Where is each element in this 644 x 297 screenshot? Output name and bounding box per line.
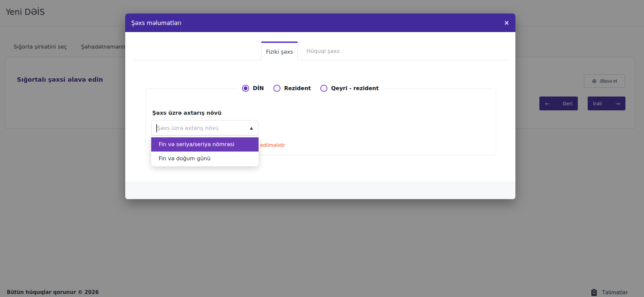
validation-error-text: edilməlidir [260,142,285,148]
tab-legal-person[interactable]: Hüquqi şəxs [298,42,348,60]
radio-din-dot [244,86,247,90]
dropdown-option-fin-dogum[interactable]: Fin və doğum günü [151,152,259,166]
radio-resident-label: Rezident [284,85,311,91]
search-type-dropdown-menu: Fin və seriya/seriya nömrəsi Fin və doğu… [151,137,259,166]
radio-din-label: DİN [253,85,264,91]
modal-title: Şəxs məlumatları [131,20,182,26]
search-type-label: Şəxs üzrə axtarış növü [152,110,221,116]
text-cursor [156,124,157,132]
close-icon[interactable]: × [504,20,509,26]
tab-physical-person[interactable]: Fiziki şəxs [261,42,298,60]
radio-non-resident[interactable]: Qeyri - rezident [320,85,379,92]
modal-footer [125,182,515,199]
radio-non-resident-label: Qeyri - rezident [331,85,379,91]
radio-non-resident-circle[interactable] [320,85,327,92]
person-type-radio-group: DİN Rezident Qeyri - rezident [237,81,383,96]
radio-resident-circle[interactable] [273,85,280,92]
search-type-input[interactable] [157,125,247,131]
tab-physical-person-label: Fiziki şəxs [266,49,293,55]
radio-resident[interactable]: Rezident [273,85,311,92]
search-type-select[interactable]: ▲ [151,120,259,136]
modal-header: Şəxs məlumatları × [125,14,515,32]
person-info-modal: Şəxs məlumatları × Fiziki şəxs Hüquqi şə… [125,14,515,199]
radio-din-circle[interactable] [242,85,249,92]
chevron-up-icon[interactable]: ▲ [250,126,253,130]
tab-legal-person-label: Hüquqi şəxs [306,48,340,54]
dropdown-option-fin-seriya[interactable]: Fin və seriya/seriya nömrəsi [151,137,259,152]
radio-din[interactable]: DİN [242,85,264,92]
